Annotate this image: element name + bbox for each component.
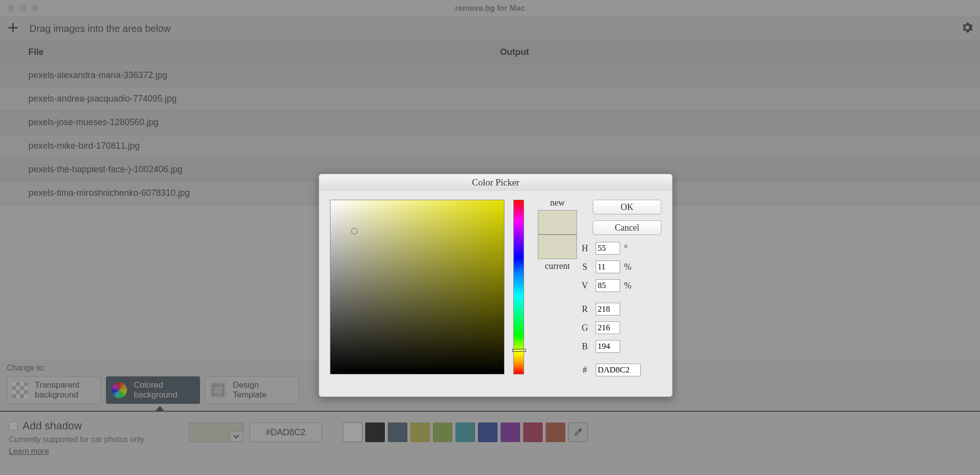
- s-label: S: [578, 262, 592, 272]
- new-color-label: new: [533, 198, 582, 208]
- current-color-swatch: [538, 235, 577, 259]
- h-label: H: [578, 243, 592, 254]
- color-fields: H° S% V% R G B #: [578, 239, 661, 379]
- b-input[interactable]: [596, 340, 620, 353]
- v-label: V: [578, 281, 592, 291]
- r-input[interactable]: [596, 303, 620, 316]
- picker-title: Color Picker: [319, 174, 672, 191]
- hue-cursor-icon: [512, 349, 526, 352]
- g-input[interactable]: [596, 321, 620, 334]
- color-picker-dialog: Color Picker new current OK Cancel H° S%…: [319, 174, 673, 397]
- v-input[interactable]: [596, 279, 620, 292]
- b-label: B: [578, 342, 592, 352]
- sv-cursor-icon: [351, 228, 358, 235]
- hue-slider[interactable]: [513, 200, 524, 374]
- saturation-value-canvas[interactable]: [330, 200, 504, 374]
- h-input[interactable]: [596, 242, 620, 255]
- current-color-label: current: [533, 261, 582, 271]
- color-preview-column: new current: [533, 198, 582, 271]
- ok-button[interactable]: OK: [593, 200, 661, 214]
- hex-input[interactable]: [596, 364, 641, 376]
- s-input[interactable]: [596, 261, 620, 273]
- cancel-button[interactable]: Cancel: [593, 220, 661, 235]
- s-unit: %: [624, 262, 634, 272]
- new-color-swatch: [538, 210, 577, 235]
- hex-label: #: [578, 365, 592, 375]
- g-label: G: [578, 323, 592, 333]
- v-unit: %: [624, 281, 634, 291]
- r-label: R: [578, 304, 592, 315]
- h-unit: °: [624, 243, 634, 254]
